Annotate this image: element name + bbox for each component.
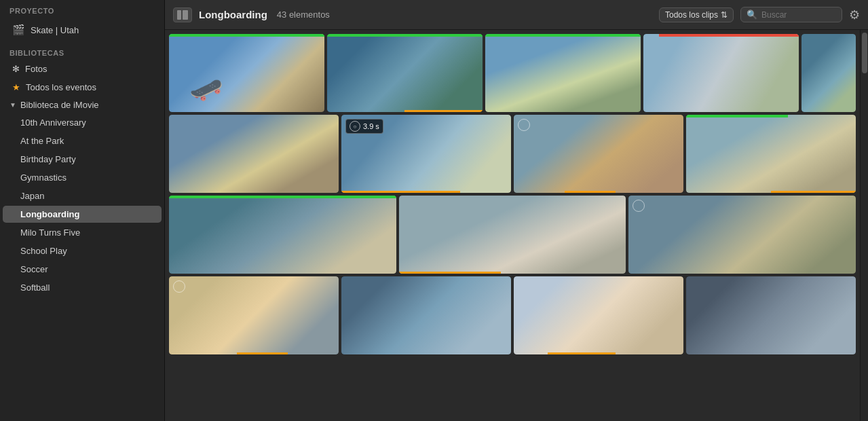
media-clip[interactable]	[686, 115, 856, 193]
scrollbar[interactable]	[860, 30, 868, 421]
settings-icon[interactable]: ⚙	[849, 7, 860, 22]
sidebar-item-birthday-party[interactable]: Birthday Party	[3, 151, 162, 168]
media-clip[interactable]	[514, 276, 683, 354]
svg-rect-1	[183, 10, 188, 20]
media-row-1: 🛹	[169, 34, 856, 112]
svg-rect-0	[177, 10, 181, 20]
media-clip[interactable]	[514, 115, 683, 193]
sidebar-item-label: 10th Anniversary	[20, 117, 86, 128]
media-clip[interactable]	[169, 196, 396, 274]
media-clip[interactable]	[801, 34, 856, 112]
flower-icon: ✻	[12, 64, 20, 74]
media-clip[interactable]: ○ 3.9 s	[341, 115, 511, 193]
clip-icon: ○	[350, 121, 360, 132]
clips-filter-dropdown[interactable]: Todos los clips ⇅	[659, 7, 734, 22]
sidebar-item-10th-anniversary[interactable]: 10th Anniversary	[3, 114, 162, 131]
clip-indicator	[173, 280, 185, 293]
media-clip[interactable]	[341, 276, 511, 354]
todos-eventos-label: Todos los eventos	[26, 82, 96, 92]
sidebar-item-gymnastics[interactable]: Gymnastics	[3, 169, 162, 186]
sidebar-item-fotos[interactable]: ✻ Fotos	[3, 60, 162, 77]
sidebar-item-softball[interactable]: Softball	[3, 279, 162, 296]
media-clip[interactable]	[485, 34, 641, 112]
sidebar-item-label: School Play	[20, 246, 67, 256]
sidebar-item-longboarding[interactable]: Longboarding	[3, 206, 162, 223]
sidebar-item-label: Birthday Party	[20, 154, 76, 164]
sidebar-item-soccer[interactable]: Soccer	[3, 261, 162, 278]
sidebar-item-label: Milo Turns Five	[20, 227, 80, 238]
sidebar-item-at-the-park[interactable]: At the Park	[3, 132, 162, 149]
biblioteca-header[interactable]: ▼ Biblioteca de iMovie	[0, 96, 164, 113]
chevron-up-down-icon: ⇅	[721, 10, 728, 20]
media-row-4	[169, 276, 856, 354]
media-row-3	[169, 196, 856, 274]
search-icon: 🔍	[747, 10, 757, 20]
media-clip[interactable]	[628, 196, 856, 274]
sidebar-item-todos-eventos[interactable]: ★ Todos los eventos	[3, 79, 162, 96]
sidebar-item-label: Longboarding	[20, 209, 79, 219]
media-clip[interactable]	[169, 276, 339, 354]
media-clip[interactable]	[686, 276, 856, 354]
sidebar-item-label: Japan	[20, 191, 44, 201]
project-item-skate-utah[interactable]: 🎬 Skate | Utah	[3, 18, 162, 41]
search-input[interactable]	[761, 10, 836, 20]
toggle-panels-icon	[177, 10, 188, 20]
sidebar: PROYECTO 🎬 Skate | Utah BIBLIOTECAS ✻ Fo…	[0, 0, 165, 421]
project-section-header: PROYECTO	[0, 0, 164, 18]
element-count: 43 elementos	[277, 10, 330, 20]
media-clip[interactable]: 🛹	[169, 34, 324, 112]
clapper-icon: 🎬	[12, 24, 25, 36]
duration-text: 3.9 s	[363, 122, 379, 130]
media-row-2: ○ 3.9 s	[169, 115, 856, 193]
fotos-label: Fotos	[25, 64, 48, 74]
sidebar-item-milo-turns-five[interactable]: Milo Turns Five	[3, 224, 162, 241]
media-clip[interactable]	[169, 115, 339, 193]
disclosure-triangle-icon: ▼	[10, 101, 16, 109]
media-clip[interactable]	[399, 196, 626, 274]
media-clip[interactable]	[643, 34, 799, 112]
sidebar-item-label: Soccer	[20, 264, 48, 274]
project-item-label: Skate | Utah	[31, 25, 79, 35]
clip-label	[341, 276, 511, 354]
scrollbar-thumb[interactable]	[862, 33, 867, 73]
star-icon: ★	[12, 82, 20, 92]
sidebar-item-japan[interactable]: Japan	[3, 187, 162, 204]
sidebar-item-label: At the Park	[20, 136, 64, 146]
sidebar-item-label: Gymnastics	[20, 172, 67, 183]
duration-badge: ○ 3.9 s	[345, 119, 383, 134]
media-grid: 🛹	[165, 30, 860, 421]
toggle-sidebar-button[interactable]	[173, 7, 192, 22]
sidebar-item-label: Softball	[20, 282, 50, 293]
sidebar-item-school-play[interactable]: School Play	[3, 242, 162, 259]
search-box[interactable]: 🔍	[740, 7, 842, 22]
media-clip[interactable]	[327, 34, 483, 112]
clip-indicator	[518, 119, 530, 131]
clips-label: Todos los clips	[665, 10, 718, 20]
event-title: Longboarding	[199, 9, 267, 20]
main-content: Longboarding 43 elementos Todos los clip…	[165, 0, 868, 421]
biblioteca-label: Biblioteca de iMovie	[20, 100, 99, 110]
clip-indicator	[633, 200, 645, 212]
toolbar: Longboarding 43 elementos Todos los clip…	[165, 0, 868, 30]
libraries-section-header: BIBLIOTECAS	[0, 42, 164, 60]
